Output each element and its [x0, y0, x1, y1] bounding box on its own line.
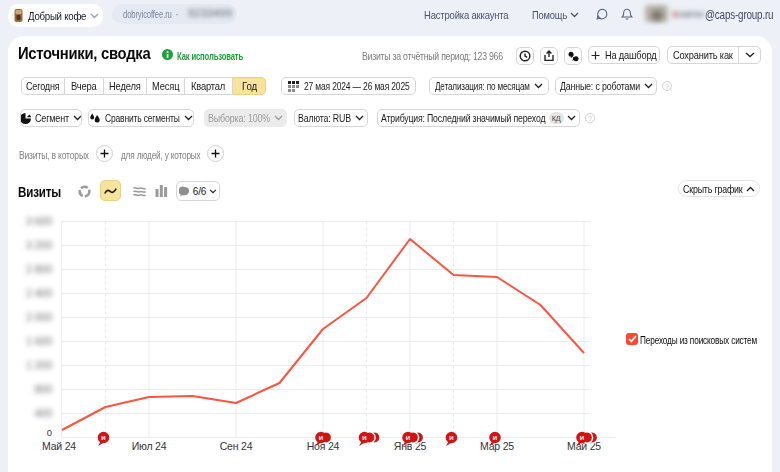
svg-text:1 200: 1 200	[26, 359, 52, 371]
svg-text:2 400: 2 400	[26, 287, 52, 299]
svg-text:И: И	[493, 435, 497, 441]
svg-text:2 000: 2 000	[26, 311, 52, 323]
svg-text:400: 400	[35, 407, 53, 419]
svg-text:И: И	[101, 435, 105, 441]
svg-text:И: И	[406, 435, 410, 441]
svg-text:Сен 24: Сен 24	[220, 440, 253, 452]
svg-text:И: И	[580, 435, 584, 441]
svg-text:Июл 24: Июл 24	[132, 440, 167, 452]
svg-text:800: 800	[35, 383, 53, 395]
svg-text:3 600: 3 600	[26, 215, 52, 227]
svg-text:И: И	[449, 435, 453, 441]
svg-text:0: 0	[47, 427, 52, 438]
svg-text:3 200: 3 200	[26, 239, 52, 251]
svg-text:1 600: 1 600	[26, 335, 52, 347]
svg-text:И: И	[362, 435, 366, 441]
svg-text:2 800: 2 800	[26, 263, 52, 275]
svg-text:Май 24: Май 24	[42, 440, 76, 452]
svg-text:И: И	[319, 435, 323, 441]
